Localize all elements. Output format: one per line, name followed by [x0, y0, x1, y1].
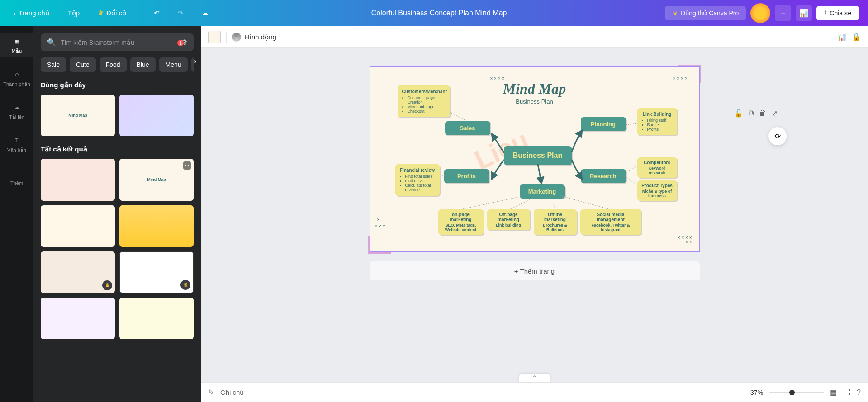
main-layout: ▦ Mẫu ◇ Thành phần ☁ Tải lên T Văn bản ⋯… [0, 26, 868, 402]
resize-button[interactable]: ♛ Đổi cỡ [93, 6, 131, 20]
cloud-sync-button[interactable]: ☁ [197, 6, 213, 20]
animate-label: Hình động [245, 33, 276, 41]
template-card[interactable]: ⋯ [119, 159, 194, 200]
node-planning[interactable]: Planning [581, 117, 626, 131]
node-social[interactable]: Social media management Facebook, Twitte… [580, 209, 641, 235]
header-left: ‹ Trang chủ Tệp ♛ Đổi cỡ ↶ ↷ ☁ [9, 6, 213, 20]
template-card[interactable] [41, 95, 115, 136]
chip-tra[interactable]: Tra [191, 57, 194, 72]
nav-elements[interactable]: ◇ Thành phần [0, 66, 33, 90]
try-pro-button[interactable]: ♛ Dùng thử Canva Pro [665, 6, 746, 20]
try-pro-label: Dùng thử Canva Pro [681, 9, 739, 17]
share-button[interactable]: ⤴ Chia sẻ [816, 6, 859, 20]
page-actions: 🔓 ⧉ 🗑 ⤢ [734, 109, 778, 118]
document-title[interactable]: Colorful Business Concept Plan Mind Map [213, 9, 665, 17]
node-onpage[interactable]: on-page marketing SEO, Meta tags, Websit… [438, 209, 484, 235]
zoom-slider[interactable] [769, 392, 824, 393]
chip-blue[interactable]: Blue [130, 57, 156, 72]
chip-food[interactable]: Food [100, 57, 127, 72]
canvas-area: Hình động 📊 🔒 🔓 ⧉ 🗑 ⤢ ⟳ × × × × × × × × [201, 26, 868, 402]
add-page-button[interactable]: + Thêm trang [370, 261, 700, 280]
template-card[interactable] [119, 95, 194, 136]
nav-more[interactable]: ⋯ Thêm [0, 165, 33, 189]
node-center[interactable]: Business Plan [504, 146, 572, 165]
node-profits[interactable]: Profits [444, 169, 489, 183]
duplicate-icon[interactable]: ⧉ [749, 109, 754, 118]
template-card[interactable] [119, 298, 194, 339]
nav-uploads[interactable]: ☁ Tải lên [0, 99, 33, 123]
recent-section-title: Dùng gần đây [41, 81, 194, 89]
crown-icon: ♛ [98, 9, 104, 17]
plus-icon: + [781, 9, 785, 17]
node-title: Link Building [642, 112, 673, 117]
redo-icon: ↷ [178, 9, 184, 17]
canvas-page[interactable]: × × × × × × × × × × × × × × × × × × Lieu… [370, 66, 700, 252]
nav-templates-label: Mẫu [12, 48, 22, 54]
chevron-up-icon: ⌃ [531, 374, 537, 383]
grid-view-icon[interactable]: ▦ [830, 388, 837, 397]
node-sub: Brochures & Bulletins [537, 223, 573, 232]
background-color-picker[interactable] [208, 31, 221, 43]
node-offpage[interactable]: Off-page marketing Link building [487, 209, 530, 230]
node-financial[interactable]: Financial review Find total salesFind Lo… [395, 164, 440, 196]
home-button[interactable]: ‹ Trang chủ [9, 6, 54, 20]
node-customers[interactable]: Customers/Merchant Customer page Creatio… [398, 85, 450, 117]
node-sub: Link building [491, 223, 526, 227]
template-card[interactable] [119, 205, 194, 247]
fullscreen-icon[interactable]: ⛶ [843, 388, 850, 397]
add-button[interactable]: + [775, 5, 791, 21]
node-link-building[interactable]: Link Building Hiring staffBudgetProfits [637, 108, 677, 135]
header-right: ♛ Dùng thử Canva Pro + 📊 ⤴ Chia sẻ [665, 3, 859, 23]
chip-cute[interactable]: Cute [70, 57, 96, 72]
nav-text[interactable]: T Văn bản [0, 132, 33, 156]
template-card[interactable]: ♛ [41, 251, 115, 293]
chevron-left-icon: ‹ [14, 9, 16, 17]
help-icon[interactable]: ? [857, 388, 861, 397]
bottom-bar: ✎ Ghi chú 37% ▦ ⛶ ? [201, 382, 868, 402]
more-icon[interactable]: ⋯ [183, 161, 191, 170]
chip-menu[interactable]: Menu [159, 57, 188, 72]
app-header: ‹ Trang chủ Tệp ♛ Đổi cỡ ↶ ↷ ☁ Colorful … [0, 0, 868, 26]
node-competitors[interactable]: Competitors Keyword research [637, 157, 677, 178]
lock-icon[interactable]: 🔒 [852, 33, 861, 41]
node-product-types[interactable]: Product Types Niche & type of business [637, 180, 677, 201]
node-title: Competitors [641, 160, 674, 165]
node-research[interactable]: Research [581, 169, 626, 183]
avatar[interactable] [750, 3, 770, 23]
all-section-title: Tất cả kết quả [41, 145, 194, 153]
resize-label: Đổi cỡ [106, 9, 126, 17]
sparkle-icon: ⟳ [775, 132, 781, 141]
crown-icon: ♛ [672, 9, 678, 17]
animate-button[interactable]: Hình động [232, 33, 276, 42]
chip-sale[interactable]: Sale [41, 57, 66, 72]
left-nav: ▦ Mẫu ◇ Thành phần ☁ Tải lên T Văn bản ⋯… [0, 26, 33, 402]
redo-button[interactable]: ↷ [173, 6, 188, 20]
nav-more-label: Thêm [10, 180, 23, 186]
template-card[interactable] [41, 205, 115, 247]
analytics-button[interactable]: 📊 [796, 5, 812, 21]
zoom-level[interactable]: 37% [750, 389, 763, 396]
regenerate-button[interactable]: ⟳ [768, 127, 787, 145]
expand-icon[interactable]: ⤢ [772, 109, 778, 118]
template-card[interactable] [41, 159, 115, 200]
search-input[interactable] [61, 39, 176, 46]
title-text: Mind Map [503, 80, 566, 97]
zoom-thumb[interactable] [789, 390, 795, 395]
canvas-viewport[interactable]: 🔓 ⧉ 🗑 ⤢ ⟳ × × × × × × × × × × × × × × × … [201, 48, 868, 382]
notes-icon[interactable]: ✎ [208, 388, 214, 397]
notes-button[interactable]: Ghi chú [220, 388, 244, 396]
chart-icon[interactable]: 📊 [837, 33, 846, 41]
node-offline[interactable]: Offline marketing Brochures & Bulletins [534, 209, 577, 235]
unlock-icon[interactable]: 🔓 [734, 109, 743, 118]
undo-button[interactable]: ↶ [149, 6, 164, 20]
node-sales[interactable]: Sales [445, 121, 490, 135]
template-card[interactable] [41, 298, 115, 339]
share-label: Chia sẻ [830, 9, 852, 17]
nav-templates[interactable]: ▦ Mẫu [0, 33, 33, 57]
file-menu[interactable]: Tệp [63, 6, 85, 20]
node-marketing[interactable]: Marketing [520, 184, 565, 199]
template-card[interactable]: ♛ [119, 251, 194, 293]
expand-timeline-button[interactable]: ⌃ [519, 374, 550, 382]
delete-icon[interactable]: 🗑 [759, 109, 766, 118]
search-box[interactable]: 🔍 ⚙ 1 [41, 33, 194, 51]
